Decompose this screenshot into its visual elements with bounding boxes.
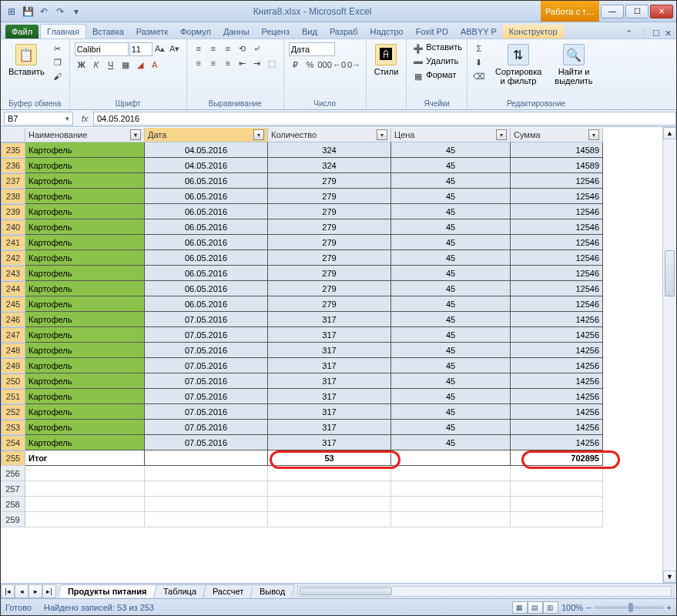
cell[interactable]: Картофель — [25, 358, 145, 373]
filter-button-name[interactable]: ▼ — [130, 129, 141, 140]
row-header[interactable]: 237 — [1, 173, 25, 189]
cell[interactable]: 07.05.2016 — [145, 358, 268, 373]
save-icon[interactable]: 💾 — [20, 4, 35, 19]
format-cells-icon[interactable]: ▦ — [411, 70, 425, 82]
tab-foxit[interactable]: Foxit PD — [410, 25, 454, 38]
cell[interactable]: 14256 — [511, 435, 603, 450]
cell[interactable]: 06.05.2016 — [145, 204, 268, 219]
orientation-icon[interactable]: ⟲ — [236, 42, 250, 55]
qat-more-icon[interactable]: ▾ — [69, 4, 84, 19]
cell[interactable] — [391, 450, 511, 466]
tab-file[interactable]: Файл — [5, 25, 39, 38]
cell[interactable]: 06.05.2016 — [145, 235, 268, 250]
cell[interactable]: 12546 — [511, 189, 603, 204]
window-close-icon[interactable]: ✕ — [665, 28, 672, 38]
format-painter-icon[interactable]: 🖌 — [51, 70, 65, 82]
tab-data[interactable]: Данны — [217, 25, 256, 38]
cell[interactable] — [511, 466, 603, 481]
cell[interactable]: 12546 — [511, 250, 603, 266]
name-box-dropdown-icon[interactable]: ▾ — [65, 115, 69, 122]
cell[interactable]: 45 — [391, 281, 511, 296]
delete-cells-icon[interactable]: ➖ — [411, 56, 425, 69]
row-header[interactable]: 243 — [1, 266, 25, 281]
cell[interactable]: 45 — [391, 327, 511, 343]
view-normal-icon[interactable]: ▦ — [512, 601, 528, 614]
row-header[interactable]: 258 — [1, 497, 25, 512]
cell[interactable]: 12546 — [511, 235, 603, 250]
tab-developer[interactable]: Разраб — [323, 25, 364, 38]
cell[interactable]: Картофель — [25, 219, 145, 235]
cell[interactable]: 14256 — [511, 327, 603, 343]
cell[interactable]: 12546 — [511, 281, 603, 296]
row-header[interactable]: 259 — [1, 512, 25, 527]
close-button[interactable]: ✕ — [650, 5, 673, 18]
scroll-thumb[interactable] — [665, 250, 675, 296]
font-name-select[interactable] — [75, 42, 129, 56]
cell[interactable]: Картофель — [25, 404, 145, 420]
cell[interactable]: 45 — [391, 266, 511, 281]
row-header[interactable]: 247 — [1, 327, 25, 343]
filter-button-sum[interactable]: ▾ — [588, 129, 599, 140]
column-header-name[interactable]: Наименование▼ — [25, 128, 145, 142]
cell[interactable]: 14256 — [511, 389, 603, 404]
cell[interactable]: 06.05.2016 — [145, 189, 268, 204]
cell[interactable] — [268, 481, 391, 497]
cell[interactable]: Картофель — [25, 327, 145, 343]
cell[interactable]: Картофель — [25, 250, 145, 266]
cell[interactable] — [511, 512, 603, 527]
formula-input[interactable]: 04.05.2016 — [93, 112, 676, 126]
cell[interactable]: 07.05.2016 — [145, 420, 268, 435]
cell[interactable]: 279 — [268, 281, 391, 296]
name-box[interactable]: B7 ▾ — [4, 112, 73, 126]
cell[interactable]: Картофель — [25, 266, 145, 281]
cell[interactable]: 14256 — [511, 404, 603, 420]
column-header-date[interactable]: Дата▾ — [145, 128, 268, 142]
cell[interactable]: 702895 — [511, 450, 603, 466]
filter-button-date[interactable]: ▾ — [253, 129, 264, 140]
fill-color-icon[interactable]: ◢ — [133, 59, 147, 71]
row-header[interactable]: 240 — [1, 219, 25, 235]
cell[interactable]: 45 — [391, 373, 511, 389]
scroll-up-icon[interactable]: ▲ — [663, 127, 676, 139]
insert-cells-icon[interactable]: ➕ — [411, 42, 425, 55]
cell[interactable]: 45 — [391, 173, 511, 189]
horizontal-scrollbar[interactable] — [297, 586, 672, 597]
increase-decimal-icon[interactable]: ←0 — [333, 59, 347, 71]
cell[interactable]: 45 — [391, 435, 511, 450]
cell[interactable]: 279 — [268, 219, 391, 235]
cell[interactable]: 12546 — [511, 219, 603, 235]
row-header[interactable]: 239 — [1, 204, 25, 219]
cell[interactable] — [391, 512, 511, 527]
align-bottom-icon[interactable]: ≡ — [221, 42, 235, 55]
paste-button[interactable]: 📋 Вставить — [5, 42, 48, 78]
row-header[interactable]: 255 — [1, 450, 25, 466]
cell[interactable]: Картофель — [25, 142, 145, 158]
decrease-decimal-icon[interactable]: 0→ — [347, 59, 361, 71]
cell[interactable]: 06.05.2016 — [145, 173, 268, 189]
sheet-nav-next-icon[interactable]: ▸ — [28, 584, 42, 598]
cell[interactable]: Картофель — [25, 204, 145, 219]
cell[interactable]: 45 — [391, 312, 511, 327]
column-header-qty[interactable]: Количество▾ — [268, 128, 391, 142]
align-top-icon[interactable]: ≡ — [192, 42, 206, 55]
cells-area[interactable]: Картофель04.05.20163244514589Картофель04… — [25, 142, 662, 583]
font-color-icon[interactable]: A — [148, 59, 162, 71]
minimize-button[interactable]: — — [601, 5, 624, 18]
merge-icon[interactable]: ⬚ — [265, 57, 279, 69]
view-pagebreak-icon[interactable]: ▥ — [543, 601, 558, 614]
italic-icon[interactable]: К — [89, 59, 103, 71]
cell[interactable] — [268, 512, 391, 527]
cut-icon[interactable]: ✂ — [51, 42, 65, 55]
cell[interactable]: Итог — [25, 450, 145, 466]
align-center-icon[interactable]: ≡ — [206, 57, 220, 69]
align-middle-icon[interactable]: ≡ — [206, 42, 220, 55]
font-size-select[interactable] — [129, 42, 152, 56]
cell[interactable]: 45 — [391, 142, 511, 158]
tab-insert[interactable]: Вставка — [86, 25, 130, 38]
cell[interactable]: Картофель — [25, 312, 145, 327]
cell[interactable]: Картофель — [25, 235, 145, 250]
increase-font-icon[interactable]: A▴ — [153, 42, 167, 55]
cell[interactable]: 279 — [268, 235, 391, 250]
row-header[interactable]: 253 — [1, 420, 25, 435]
row-header[interactable]: 241 — [1, 235, 25, 250]
